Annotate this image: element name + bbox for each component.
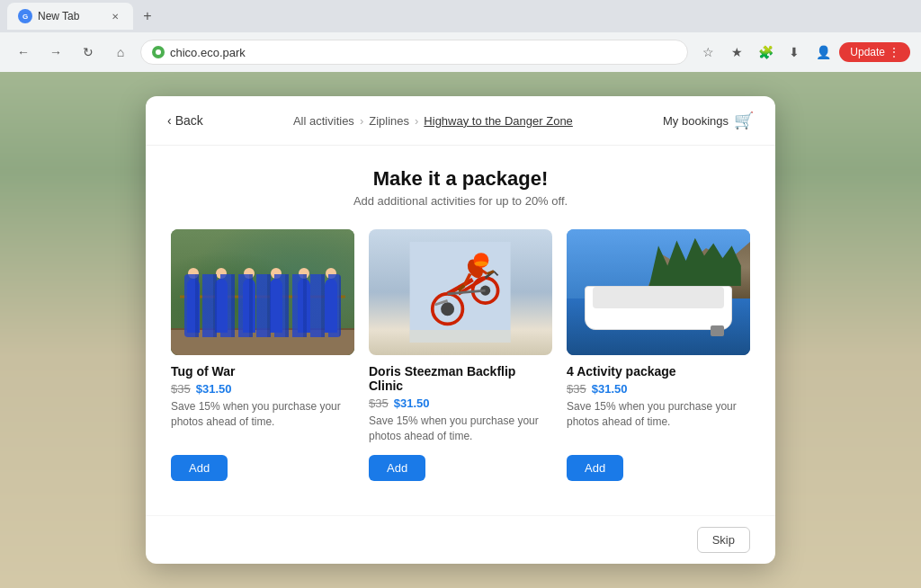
home-button[interactable]: ⌂ bbox=[108, 40, 133, 65]
back-navigation-button[interactable]: ← bbox=[11, 40, 36, 65]
tug-rope bbox=[180, 296, 345, 298]
tug-person-4 bbox=[270, 279, 282, 333]
back-button[interactable]: ‹ Back bbox=[167, 113, 203, 128]
tug-people bbox=[180, 261, 345, 333]
bookmark-icon[interactable]: ☆ bbox=[695, 40, 720, 65]
boat-deck bbox=[593, 287, 723, 308]
svg-point-0 bbox=[156, 49, 161, 55]
tug-person-5 bbox=[298, 279, 310, 333]
tug-of-war-description: Save 15% when you purchase your photos a… bbox=[171, 399, 354, 444]
boat-engine bbox=[711, 325, 724, 336]
site-security-icon bbox=[152, 46, 165, 58]
tug-person-3 bbox=[243, 279, 255, 333]
svg-point-13 bbox=[475, 261, 488, 266]
browser-toolbar: ← → ↻ ⌂ chico.eco.park ☆ ★ 🧩 ⬇ 👤 Update … bbox=[0, 32, 921, 72]
skip-button[interactable]: Skip bbox=[697, 527, 750, 553]
package-image bbox=[567, 229, 750, 355]
modal-subtitle: Add additional activities for up to 20% … bbox=[171, 194, 750, 208]
tug-person-2 bbox=[215, 279, 228, 333]
backflip-image bbox=[369, 229, 552, 355]
extensions-icon[interactable]: 🧩 bbox=[753, 40, 778, 65]
breadcrumb-current[interactable]: Highway to the Danger Zone bbox=[424, 114, 572, 128]
tab-close-button[interactable]: ✕ bbox=[108, 9, 122, 23]
forward-navigation-button[interactable]: → bbox=[43, 40, 68, 65]
refresh-button[interactable]: ↻ bbox=[76, 40, 101, 65]
backflip-name: Doris Steezman Backflip Clinic bbox=[369, 364, 552, 393]
tug-person-6 bbox=[325, 279, 337, 333]
activity-card-package: 4 Activity package $35 $31.50 Save 15% w… bbox=[567, 229, 750, 481]
breadcrumb-all-activities[interactable]: All activities bbox=[293, 114, 354, 128]
activity-card-tug-of-war: Tug of War $35 $31.50 Save 15% when you … bbox=[171, 229, 354, 481]
address-bar[interactable]: chico.eco.park bbox=[140, 40, 688, 65]
tug-of-war-original-price: $35 bbox=[171, 382, 191, 396]
tab-favicon: G bbox=[18, 9, 32, 23]
tug-of-war-prices: $35 $31.50 bbox=[171, 382, 354, 396]
cart-icon: 🛒 bbox=[734, 111, 754, 130]
breadcrumb-sep-2: › bbox=[415, 114, 418, 128]
modal-nav: ‹ Back All activities › Ziplines › Highw… bbox=[146, 96, 775, 146]
backflip-photo bbox=[369, 229, 552, 355]
boat-photo bbox=[567, 229, 750, 355]
package-description: Save 15% when you purchase your photos a… bbox=[567, 399, 750, 444]
breadcrumb-ziplines[interactable]: Ziplines bbox=[369, 114, 409, 128]
modal-title: Make it a package! bbox=[171, 167, 750, 191]
tug-of-war-name: Tug of War bbox=[171, 364, 354, 379]
toolbar-icons: ☆ ★ 🧩 ⬇ 👤 Update ⋮ bbox=[695, 40, 910, 65]
package-original-price: $35 bbox=[567, 382, 586, 396]
update-menu-icon: ⋮ bbox=[889, 46, 899, 58]
boat-hull bbox=[585, 286, 731, 330]
backflip-prices: $35 $31.50 bbox=[369, 396, 552, 410]
breadcrumb: All activities › Ziplines › Highway to t… bbox=[203, 114, 663, 128]
tug-of-war-image bbox=[171, 229, 354, 355]
backflip-description: Save 15% when you purchase your photos a… bbox=[369, 414, 552, 444]
breadcrumb-sep-1: › bbox=[360, 114, 363, 128]
modal-overlay: ‹ Back All activities › Ziplines › Highw… bbox=[0, 72, 921, 588]
package-prices: $35 $31.50 bbox=[567, 382, 750, 396]
browser-titlebar: G New Tab ✕ + bbox=[0, 0, 921, 32]
svg-rect-19 bbox=[410, 330, 511, 343]
tug-person-1 bbox=[187, 279, 200, 333]
tug-of-war-discounted-price: $31.50 bbox=[196, 382, 232, 396]
package-add-button[interactable]: Add bbox=[567, 455, 623, 481]
package-discounted-price: $31.50 bbox=[592, 382, 628, 396]
tug-of-war-photo bbox=[171, 229, 354, 355]
activity-card-backflip: Doris Steezman Backflip Clinic $35 $31.5… bbox=[369, 229, 552, 481]
back-chevron-icon: ‹ bbox=[167, 113, 172, 128]
downloads-icon[interactable]: ⬇ bbox=[782, 40, 807, 65]
tab-title: New Tab bbox=[38, 10, 79, 22]
profile-icon[interactable]: 👤 bbox=[810, 40, 836, 65]
update-button[interactable]: Update ⋮ bbox=[839, 42, 910, 62]
new-tab-button[interactable]: + bbox=[137, 5, 158, 27]
backflip-original-price: $35 bbox=[369, 396, 389, 410]
browser-content: ‹ Back All activities › Ziplines › Highw… bbox=[0, 72, 921, 588]
backflip-add-button[interactable]: Add bbox=[369, 455, 425, 481]
star-icon[interactable]: ★ bbox=[724, 40, 749, 65]
package-name: 4 Activity package bbox=[567, 364, 750, 379]
modal-footer: Skip bbox=[146, 515, 775, 564]
ground bbox=[171, 328, 354, 355]
modal-body: Make it a package! Add additional activi… bbox=[146, 146, 775, 515]
activities-grid: Tug of War $35 $31.50 Save 15% when you … bbox=[171, 229, 750, 481]
trees bbox=[649, 236, 741, 286]
svg-point-3 bbox=[442, 302, 455, 316]
browser-window: G New Tab ✕ + ← → ↻ ⌂ chico.eco.park ☆ ★… bbox=[0, 0, 921, 588]
motocross-svg bbox=[387, 242, 533, 343]
tug-of-war-add-button[interactable]: Add bbox=[171, 455, 228, 481]
url-display: chico.eco.park bbox=[170, 46, 246, 59]
browser-tab[interactable]: G New Tab ✕ bbox=[7, 3, 133, 30]
package-modal: ‹ Back All activities › Ziplines › Highw… bbox=[146, 96, 775, 564]
my-bookings-link[interactable]: My bookings 🛒 bbox=[663, 111, 754, 130]
backflip-discounted-price: $31.50 bbox=[394, 396, 430, 410]
